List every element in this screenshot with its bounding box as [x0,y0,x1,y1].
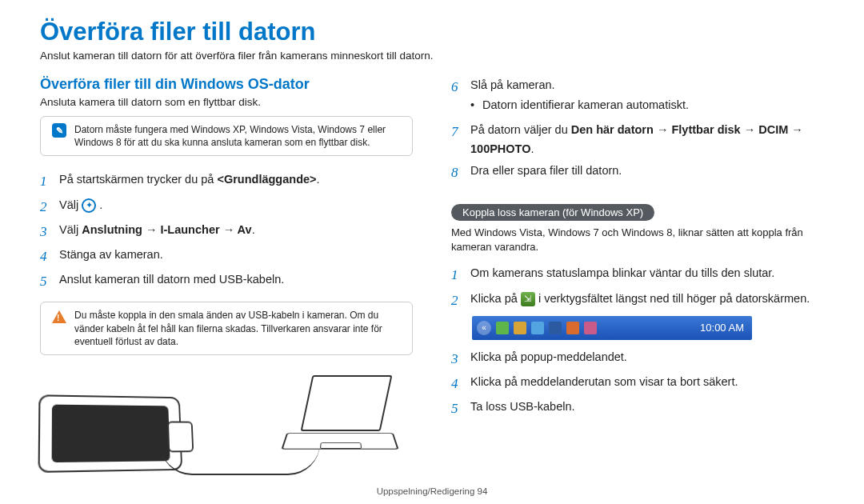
list-item: 2 Klicka på ⇲ i verktygsfältet längst ne… [451,290,824,311]
list-item: 1 Om kamerans statuslampa blinkar väntar… [451,264,824,286]
taskbar-tray-icons [496,322,597,334]
warning-note-text: Du måste koppla in den smala änden av US… [74,309,401,348]
right-steps-b-cont: 3 Klicka på popup-meddelandet. 4 Klicka … [451,348,824,420]
list-item: 5 Ta loss USB-kabeln. [451,398,824,419]
taskbar-expand-icon: « [477,321,491,335]
step-number: 2 [40,196,51,218]
tray-icon [549,322,562,334]
list-item: 6 Slå på kameran. Datorn identifierar ka… [451,76,824,118]
step-number: 7 [451,121,462,142]
step-number: 3 [40,221,51,242]
tray-icon [496,322,509,334]
tray-icon [514,322,526,334]
left-column: Överföra filer till din Windows OS-dator… [40,76,413,475]
page-footer: Uppspelning/Redigering 94 [0,486,864,496]
step-text: Slå på kameran. Datorn identifierar kame… [470,76,824,118]
info-note-box: ✎ Datorn måste fungera med Windows XP, W… [40,116,413,156]
disconnect-intro: Med Windows Vista, Windows 7 och Windows… [451,226,824,254]
step-number: 2 [451,290,462,311]
tray-icon [566,322,579,334]
right-steps-a: 6 Slå på kameran. Datorn identifierar ka… [451,76,824,183]
step-number: 1 [451,264,462,286]
step-text: På startskärmen trycker du på <Grundlägg… [59,170,413,189]
page-subtitle: Anslut kameran till datorn för att överf… [40,50,824,62]
step-number: 5 [40,270,51,292]
step-text: Klicka på popup-meddelandet. [470,348,824,366]
intro-line: Ansluta kamera till datorn som en flyttb… [40,96,413,108]
warning-icon [52,310,66,323]
taskbar-clock: 10:00 AM [700,322,747,334]
tray-icon [531,322,544,334]
camera-icon [38,394,183,473]
right-column: 6 Slå på kameran. Datorn identifierar ka… [451,76,824,475]
sub-bullet-item: Datorn identifierar kameran automatiskt. [470,96,824,114]
camera-laptop-illustration [40,371,408,475]
left-steps-list: 1 På startskärmen trycker du på <Grundlä… [40,170,413,292]
step-text: Klicka på meddelanderutan som visar ta b… [470,373,824,391]
disconnect-heading-badge: Koppla loss kameran (för Windows XP) [451,204,654,221]
step-text: Välj . [59,196,413,214]
list-item: 4 Stänga av kameran. [40,246,413,267]
step-text: Stänga av kameran. [59,246,413,264]
list-item: 1 På startskärmen trycker du på <Grundlä… [40,170,413,192]
warning-note-box: Du måste koppla in den smala änden av US… [40,302,413,355]
tray-icon [584,322,597,334]
laptop-icon [284,375,400,471]
step-text: Dra eller spara filer till datorn. [470,162,824,180]
list-item: 3 Klicka på popup-meddelandet. [451,348,824,370]
list-item: 7 På datorn väljer du Den här datorn → F… [451,121,824,158]
settings-icon [82,198,96,213]
step-text: På datorn väljer du Den här datorn → Fly… [470,121,824,158]
step-number: 6 [451,76,462,98]
step-number: 3 [451,348,462,370]
step-text: Välj Anslutning → I-Launcher → Av. [59,221,413,239]
info-note-text: Datorn måste fungera med Windows XP, Win… [74,123,401,149]
step-number: 4 [40,246,51,267]
list-item: 2 Välj . [40,196,413,218]
step-number: 5 [451,398,462,419]
step-text: Ta loss USB-kabeln. [470,398,824,416]
info-note-icon: ✎ [52,123,66,138]
step-number: 8 [451,162,462,183]
list-item: 3 Välj Anslutning → I-Launcher → Av. [40,221,413,242]
windows-taskbar-illustration: « 10:00 AM [472,316,752,340]
safely-remove-icon: ⇲ [521,292,535,306]
step-number: 4 [451,373,462,394]
step-text: Anslut kameran till datorn med USB-kabel… [59,270,413,289]
sub-bullet: Datorn identifierar kameran automatiskt. [470,96,824,114]
right-steps-b: 1 Om kamerans statuslampa blinkar väntar… [451,264,824,310]
list-item: 4 Klicka på meddelanderutan som visar ta… [451,373,824,394]
step-text: Klicka på ⇲ i verktygsfältet längst ned … [470,290,824,308]
section-heading-windows: Överföra filer till din Windows OS-dator [40,76,413,93]
step-text: Om kamerans statuslampa blinkar väntar d… [470,264,824,282]
list-item: 8 Dra eller spara filer till datorn. [451,162,824,183]
step-number: 1 [40,170,51,192]
page-title: Överföra filer till datorn [40,18,824,46]
list-item: 5 Anslut kameran till datorn med USB-kab… [40,270,413,292]
